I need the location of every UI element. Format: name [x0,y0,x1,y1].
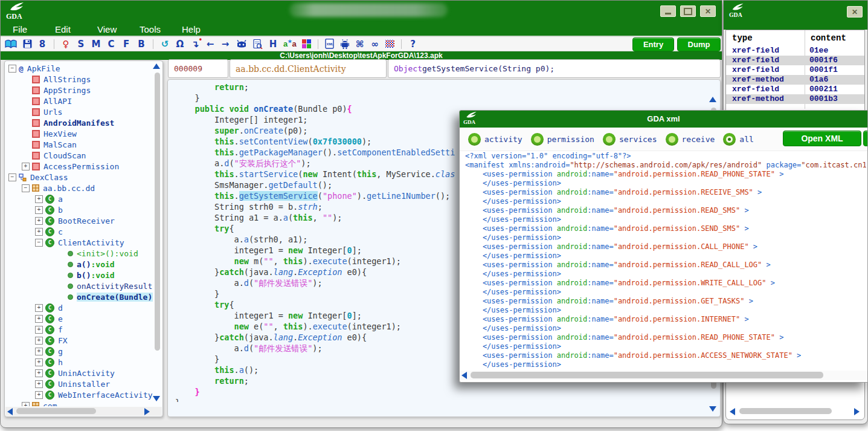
save-icon[interactable] [22,39,32,50]
tree-item-dexclass[interactable]: −DexClass [5,172,153,183]
menu-edit[interactable]: Edit [55,24,85,34]
expand-icon[interactable]: + [35,206,43,214]
menu-view[interactable]: View [97,24,127,34]
code-scroll-up-arrow[interactable] [709,97,716,102]
expand-icon[interactable]: + [35,315,43,323]
jump-icon[interactable]: Ω [175,39,185,50]
expand-icon[interactable]: + [35,326,43,334]
tree-item-h[interactable]: +Ch [5,357,153,368]
xref-scroll-right-arrow[interactable] [854,408,860,415]
close-icon[interactable]: ✕ [847,6,863,18]
manifest-xml[interactable]: <?xml version="1.0" encoding="utf-8"?><m… [465,152,866,369]
apk-icon[interactable] [340,39,350,50]
radio-all-icon[interactable] [723,133,736,146]
history-icon[interactable]: ↺ [160,39,170,50]
expand-icon[interactable]: + [35,195,43,203]
key-icon[interactable]: ∞ [370,39,380,50]
expand-icon[interactable]: + [35,348,43,355]
tree-item-allstrings[interactable]: AllStrings [5,74,153,85]
tree-item-f[interactable]: +Cf [5,324,153,335]
open-xml-button[interactable]: Open XML [783,131,861,146]
close-button[interactable]: ✕ [700,5,716,17]
tree-item-webinterfaceactivity[interactable]: +CWebInterfaceActivity [5,389,153,400]
tree-scroll-up-arrow[interactable] [153,63,160,69]
tool-b-icon[interactable]: B [137,39,146,50]
tree-vscroll-thumb[interactable] [155,73,160,351]
tree-item--init-void[interactable]: <init>():void [5,248,153,259]
menu-tools[interactable]: Tools [140,24,170,34]
xref-row[interactable]: xref-field000211 [726,85,864,94]
filter-services[interactable]: services [603,133,657,146]
xref-row[interactable]: xref-method01a6 [726,75,864,85]
open-icon[interactable] [5,39,17,50]
expand-icon[interactable]: + [35,337,43,345]
xref-row[interactable]: xref-field0001f1 [726,65,864,75]
tree-item-a[interactable]: +Ca [5,193,153,204]
menu-file[interactable]: File [13,24,43,34]
tree-item-urls[interactable]: Urls [5,106,153,117]
grid-icon[interactable] [385,40,394,48]
filter-receive[interactable]: receive [666,133,715,146]
colors-icon[interactable] [302,39,311,48]
expand-icon[interactable]: + [35,380,43,388]
tree-scroll-down-arrow[interactable] [153,396,160,401]
tool-c-icon[interactable]: C [106,39,116,50]
tree-item-oncreate-bundle-v[interactable]: onCreate(Bundle):v [5,291,153,302]
tree-scroll-left-arrow[interactable] [7,408,13,415]
tree-item-e[interactable]: +Ce [5,313,153,324]
collapse-icon[interactable]: − [8,173,16,181]
menu-help[interactable]: Help [182,24,212,34]
xref-row[interactable]: xref-field0001f6 [726,56,864,65]
filter-activity[interactable]: activity [468,133,522,146]
entry-point-icon[interactable]: ↴• [190,39,200,50]
tree-item-allapi[interactable]: AllAPI [5,96,153,106]
radio-permission-icon[interactable] [531,133,544,146]
entry-button[interactable]: Entry [632,37,674,51]
radio-services-icon[interactable] [603,133,616,146]
scan-icon[interactable]: ♀ [61,39,71,50]
rename-icon[interactable]: a★a [283,39,297,48]
tree-item-appstrings[interactable]: AppStrings [5,85,153,96]
back-icon[interactable]: ← [205,39,215,50]
collapse-icon[interactable]: − [8,65,16,73]
xref-row[interactable]: xref-field01ee [726,46,864,56]
tree-item-a-[interactable]: a():void [5,259,153,270]
radio-receive-icon[interactable] [666,133,678,146]
link-icon[interactable]: 8 [37,39,47,50]
expand-icon[interactable]: + [22,163,30,170]
expand-icon[interactable]: + [35,228,43,236]
tree-item-onactivityresult-i[interactable]: onActivityResult(i [5,280,153,291]
android-face-icon[interactable] [236,39,248,50]
help-icon[interactable]: ? [408,39,418,50]
hex-icon[interactable]: H [268,39,278,50]
collapse-icon[interactable]: − [22,184,30,192]
tree-scroll-right-arrow[interactable] [144,408,150,415]
tree-item-uninstaller[interactable]: +CUninstaller [5,378,153,389]
tree-item-clientactivity[interactable]: −CClientActivity [5,237,153,248]
tree-item-d[interactable]: +Cd [5,302,153,313]
tree-hscroll-thumb[interactable] [16,408,96,414]
tree-item-b-[interactable]: b():void [5,270,153,280]
expand-icon[interactable]: + [35,369,43,377]
forward-icon[interactable]: → [220,39,230,50]
tree-item-cloudscan[interactable]: CloudScan [5,150,153,161]
tree-item-fx[interactable]: +CFX [5,335,153,346]
filter-all[interactable]: all [723,133,753,146]
tree-item-g[interactable]: +Cg [5,346,153,357]
dump-button[interactable]: Dump [677,37,721,51]
tree-item-uninactivity[interactable]: +CUninActivity [5,368,153,378]
search-doc-icon[interactable] [253,39,263,50]
popup-hscroll-thumb[interactable] [471,372,823,378]
tree-item-com[interactable]: +com [5,400,153,406]
expand-icon[interactable]: + [35,304,43,312]
tree-item-androidmanifest[interactable]: AndroidManifest [5,117,153,128]
radio-activity-icon[interactable] [468,133,481,146]
expand-icon[interactable]: + [35,217,43,225]
tool-f-icon[interactable]: F [121,39,131,50]
tree-item-malscan[interactable]: MalScan [5,139,153,150]
tool-s-icon[interactable]: S [76,39,86,50]
xref-row[interactable]: xref-method0001b3 [726,94,864,104]
tree-item-accesspermission[interactable]: +AccessPermission [5,161,153,172]
tree-item-hexview[interactable]: HexView [5,128,153,139]
expand-icon[interactable]: + [35,358,43,366]
